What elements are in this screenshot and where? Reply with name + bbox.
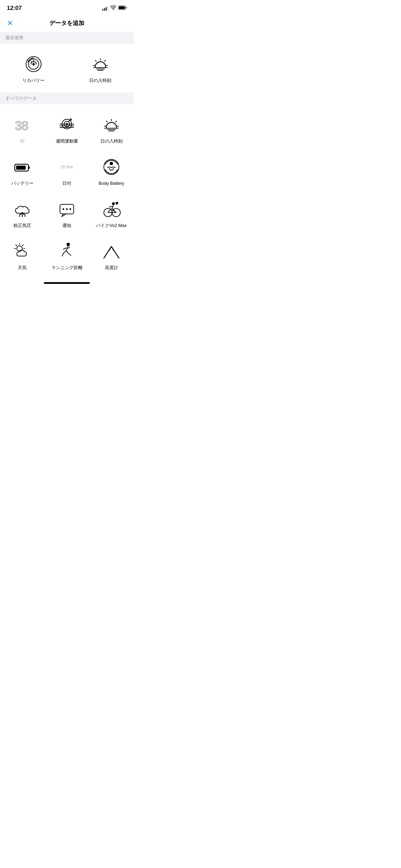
- date-label: 日付: [62, 181, 71, 186]
- svg-line-9: [105, 60, 106, 61]
- all-item-running-distance[interactable]: ランニング距離: [45, 234, 89, 276]
- body-battery-icon: [101, 157, 122, 177]
- altimeter-label: 高度計: [105, 265, 118, 271]
- all-item-weekly-activity[interactable]: 週間運動量: [45, 108, 89, 150]
- battery-icon: [118, 5, 127, 11]
- all-item-bike-vo2[interactable]: バイクVo2 Max: [89, 192, 134, 234]
- all-data-grid: 38 38 秒 週間運動量: [0, 104, 134, 280]
- all-item-pressure[interactable]: 校正気圧: [0, 192, 45, 234]
- wifi-icon: [110, 5, 116, 11]
- weekly-activity-label: 週間運動量: [56, 138, 78, 144]
- all-item-notification[interactable]: 通知: [45, 192, 89, 234]
- weather-icon: [12, 241, 33, 262]
- svg-line-50: [22, 245, 23, 246]
- recent-grid: リカバリー 日の入時刻: [0, 44, 134, 93]
- bike-vo2-icon: [101, 199, 122, 219]
- recovery-label: リカバリー: [22, 78, 45, 84]
- svg-point-34: [104, 159, 119, 174]
- svg-point-44: [112, 202, 115, 205]
- svg-point-23: [66, 123, 68, 125]
- battery-label: バッテリー: [11, 181, 34, 186]
- seconds-icon: 38 38: [12, 114, 33, 135]
- svg-point-42: [66, 208, 68, 210]
- svg-rect-33: [16, 166, 26, 170]
- bike-vo2-label: バイクVo2 Max: [96, 223, 127, 229]
- running-distance-icon: [57, 241, 77, 262]
- svg-rect-1: [119, 7, 125, 9]
- all-item-seconds[interactable]: 38 38 秒: [0, 108, 45, 150]
- all-item-date[interactable]: 29 Mar 日付: [45, 150, 89, 192]
- svg-line-51: [16, 245, 17, 246]
- all-item-weather[interactable]: 天気: [0, 234, 45, 276]
- all-item-altimeter[interactable]: 高度計: [89, 234, 134, 276]
- svg-line-25: [116, 121, 117, 122]
- signal-icon: [102, 6, 108, 11]
- svg-text:38: 38: [15, 119, 28, 133]
- running-distance-label: ランニング距離: [51, 265, 83, 271]
- svg-point-43: [70, 208, 71, 210]
- pressure-icon: [12, 199, 33, 219]
- svg-point-41: [63, 208, 64, 210]
- svg-line-10: [95, 60, 96, 61]
- status-bar: 12:07: [0, 0, 134, 14]
- page-title: データを追加: [49, 19, 84, 27]
- pressure-label: 校正気圧: [13, 223, 31, 229]
- home-indicator: [0, 279, 134, 286]
- date-icon: 29 Mar: [57, 157, 77, 177]
- notification-label: 通知: [62, 223, 71, 229]
- sunset-icon: [90, 54, 111, 74]
- recent-item-recovery[interactable]: リカバリー: [0, 47, 67, 89]
- all-item-sunset[interactable]: 日の入時刻: [89, 108, 134, 150]
- svg-line-56: [68, 253, 71, 255]
- weather-label: 天気: [18, 265, 27, 271]
- altimeter-icon: [101, 241, 122, 262]
- home-bar: [44, 282, 90, 284]
- all-data-section-header: すべてのデータ: [0, 93, 134, 104]
- status-icons: [102, 5, 127, 11]
- sunset2-icon: [101, 114, 122, 135]
- sunset-label: 日の入時刻: [89, 78, 111, 84]
- notification-icon: [57, 199, 77, 219]
- body-battery-label: Body Battery: [99, 181, 124, 186]
- battery-widget-icon: [12, 157, 33, 177]
- recent-section-header: 最近使用: [0, 32, 134, 44]
- sunset2-label: 日の入時刻: [100, 138, 123, 144]
- seconds-label: 秒: [20, 138, 25, 144]
- svg-line-45: [112, 205, 113, 208]
- close-button[interactable]: ✕: [7, 19, 13, 28]
- recent-item-sunset[interactable]: 日の入時刻: [67, 47, 134, 89]
- svg-line-55: [62, 253, 63, 256]
- recovery-icon: [23, 54, 44, 74]
- page-header: ✕ データを追加: [0, 14, 134, 32]
- weekly-activity-icon: [57, 114, 77, 135]
- all-item-body-battery[interactable]: Body Battery: [89, 150, 134, 192]
- svg-point-54: [66, 243, 70, 246]
- status-time: 12:07: [7, 5, 22, 12]
- all-item-battery[interactable]: バッテリー: [0, 150, 45, 192]
- svg-line-26: [106, 121, 107, 122]
- svg-point-35: [110, 162, 113, 165]
